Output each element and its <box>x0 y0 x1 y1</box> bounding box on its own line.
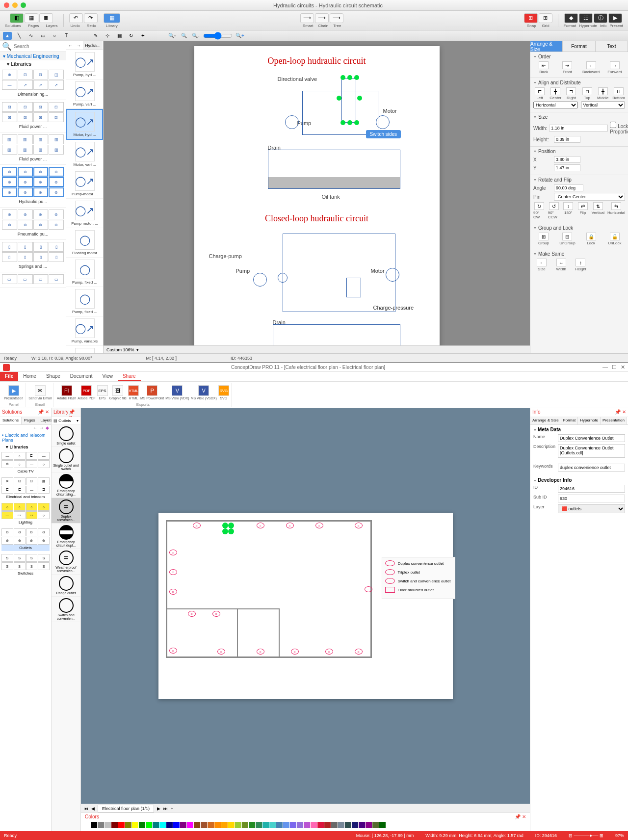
color-swatch[interactable] <box>283 822 289 828</box>
color-swatch[interactable] <box>180 822 186 828</box>
order-forward[interactable]: →Forward <box>604 61 625 74</box>
sol-tab-solutions[interactable]: Solutions <box>0 417 22 424</box>
flip-h[interactable]: ⇆Horizontal <box>607 202 625 219</box>
ribbon-shape[interactable]: Shape <box>41 372 65 381</box>
color-swatch[interactable] <box>262 822 269 828</box>
color-swatch[interactable] <box>269 822 276 828</box>
pick-tool[interactable]: ✦ <box>138 32 147 40</box>
meta-name-input[interactable] <box>558 434 625 442</box>
order-front[interactable]: ⇥Front <box>557 61 577 74</box>
shape-item[interactable]: ◯↗Pump-motor ... <box>66 169 103 199</box>
chain-button[interactable]: ⟶ <box>315 13 329 23</box>
close-icon[interactable] <box>4 2 9 8</box>
shape-item-selected[interactable]: =Duplex convenien... <box>52 498 80 524</box>
color-swatch[interactable] <box>297 822 303 828</box>
shape-item[interactable]: Single outlet <box>52 425 80 447</box>
export-presentation[interactable]: ▶Presentation <box>4 385 23 400</box>
tab-nav-last[interactable]: ⏭ <box>163 806 168 811</box>
same-width[interactable]: ↔Width <box>553 259 570 271</box>
color-swatch[interactable] <box>304 822 310 828</box>
color-swatch[interactable] <box>91 822 97 828</box>
tree-header[interactable]: ▾ Mechanical Engineering <box>0 52 66 60</box>
outlet[interactable]: = <box>257 523 264 528</box>
color-swatch[interactable] <box>324 822 331 828</box>
tab-nav-prev[interactable]: ◀ <box>91 806 95 811</box>
dev-id-input[interactable] <box>558 485 625 493</box>
undo-button[interactable]: ↶ <box>69 13 83 23</box>
shape-item[interactable]: ◯↗Pump, variable <box>66 316 103 346</box>
zoom-label[interactable]: Custom 106% <box>106 347 134 352</box>
format-button[interactable]: ◆ <box>564 13 578 23</box>
info-button[interactable]: ⓘ <box>594 13 607 23</box>
rotate-180[interactable]: ↕180° <box>562 202 574 219</box>
order-backward[interactable]: ←Backward <box>581 61 602 74</box>
shape-item[interactable]: Single outlet and switch <box>52 447 80 472</box>
color-swatch[interactable] <box>105 822 111 828</box>
canvas-viewport-2[interactable]: = = = = = = = = = = = = = = = = = <box>81 408 530 804</box>
dev-layer-select[interactable]: 🟥 outlets <box>558 504 625 513</box>
export-ppt[interactable]: PMS PowerPoint <box>140 385 164 400</box>
color-swatch[interactable] <box>111 822 118 828</box>
color-swatch[interactable] <box>159 822 166 828</box>
r2-tab-arrange[interactable]: Arrange & Size <box>530 417 561 424</box>
color-swatch[interactable] <box>331 822 338 828</box>
libraries-node[interactable]: ▾ Libraries <box>0 60 66 68</box>
export-svg[interactable]: SVGSVG <box>218 385 229 400</box>
ribbon-document[interactable]: Document <box>65 372 98 381</box>
shape-item[interactable]: Switch and convenien... <box>52 597 80 622</box>
align-bottom[interactable]: ⊔Bottom <box>612 87 625 100</box>
color-swatch[interactable] <box>214 822 221 828</box>
export-vsdx[interactable]: VMS Visio (VSDX) <box>191 385 217 400</box>
angle-input[interactable] <box>554 184 583 191</box>
grid-button[interactable]: ⊞ <box>539 13 552 23</box>
color-swatch[interactable] <box>153 822 159 828</box>
color-swatch[interactable] <box>242 822 248 828</box>
outlet[interactable]: = <box>193 523 201 528</box>
outlet[interactable]: = <box>257 649 264 655</box>
width-input[interactable] <box>549 125 608 131</box>
color-swatch[interactable] <box>317 822 324 828</box>
tab-add[interactable]: + <box>171 806 173 811</box>
r2-tab-format[interactable]: Format <box>561 417 578 424</box>
dist-vertical[interactable]: Vertical <box>581 102 626 108</box>
shape-item[interactable]: Range outlet <box>52 575 80 597</box>
outlet[interactable]: = <box>169 589 177 595</box>
outlet[interactable]: = <box>169 648 177 654</box>
shape-item[interactable]: Emergency circuit sing... <box>52 472 80 498</box>
color-swatch[interactable] <box>194 822 200 828</box>
drawing-page[interactable]: Open-loop hudraulic circuit Directional … <box>194 46 440 345</box>
align-middle[interactable]: ╋Middle <box>597 87 609 100</box>
color-swatch[interactable] <box>372 822 379 828</box>
library-button[interactable]: ▦ <box>104 13 120 23</box>
tab-arrange[interactable]: Arrange & Size <box>530 41 563 52</box>
r2-tab-hypernote[interactable]: Hypernote <box>578 417 601 424</box>
color-swatch[interactable] <box>125 822 131 828</box>
shape-item[interactable]: ◯↗Pump, hyd ... <box>66 50 103 79</box>
color-swatch[interactable] <box>235 822 241 828</box>
x-input[interactable] <box>554 156 580 163</box>
outlet[interactable]: = <box>355 523 363 528</box>
height-input[interactable] <box>554 136 580 143</box>
outlet[interactable]: = <box>286 523 294 528</box>
color-swatch[interactable] <box>173 822 180 828</box>
flip-btn[interactable]: ⇄Flip <box>577 202 589 219</box>
align-right[interactable]: ⊐Right <box>565 87 577 100</box>
r2-tab-presentation[interactable]: Presentation <box>601 417 627 424</box>
shape-item[interactable]: ◯Pump, fixed ... <box>66 287 103 316</box>
group-btn[interactable]: ⊞Group <box>533 233 554 245</box>
outlet[interactable]: = <box>291 649 299 655</box>
shape-item[interactable]: ◯↗Pump-motor, ... <box>66 199 103 228</box>
color-swatch[interactable] <box>228 822 235 828</box>
export-pdf[interactable]: PDFAdobe PDF <box>78 385 95 400</box>
shape-fwd[interactable]: → <box>75 41 83 50</box>
lock-proportions[interactable] <box>610 122 616 128</box>
outlet[interactable]: = <box>365 586 372 592</box>
minimize-icon[interactable] <box>12 2 18 8</box>
color-swatch[interactable] <box>208 822 214 828</box>
maximize-icon[interactable] <box>21 2 26 8</box>
zoom-actual[interactable]: 🔍 <box>180 32 188 40</box>
color-swatch[interactable] <box>187 822 193 828</box>
path-tool[interactable]: ✎ <box>91 32 100 40</box>
color-swatch[interactable] <box>249 822 255 828</box>
solutions-button[interactable]: ◧ <box>10 13 24 23</box>
